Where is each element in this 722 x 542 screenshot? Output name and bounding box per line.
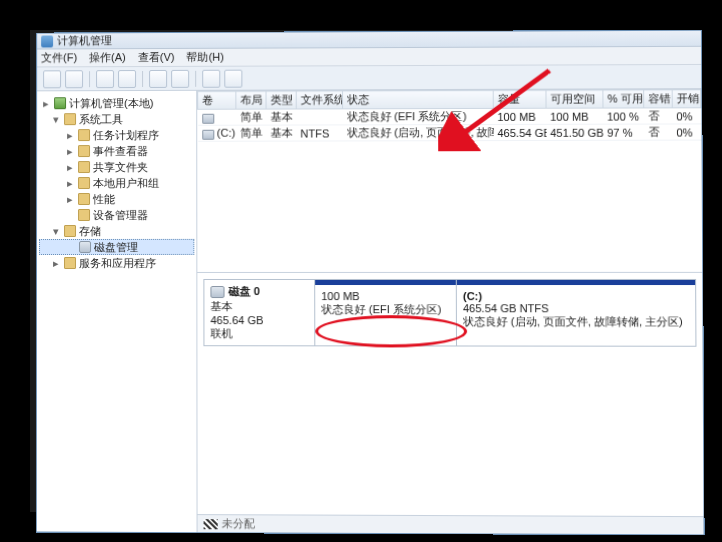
volume-grid[interactable]: 卷 布局 类型 文件系统 状态 容量 可用空间 % 可用 容错 开销 (197, 89, 702, 273)
col-pct[interactable]: % 可用 (603, 90, 644, 108)
disk-layout-pane: 磁盘 0 基本 465.64 GB 联机 100 MB 状态良 (197, 273, 703, 516)
tree-disk-management[interactable]: 磁盘管理 (39, 239, 194, 255)
partition-label: (C:) (463, 290, 482, 302)
partition-c[interactable]: (C:) 465.54 GB NTFS 状态良好 (启动, 页面文件, 故障转储… (457, 280, 696, 346)
partition-status: 状态良好 (EFI 系统分区) (321, 302, 450, 317)
tree-root[interactable]: ▸计算机管理(本地) (39, 95, 194, 111)
partition-efi[interactable]: 100 MB 状态良好 (EFI 系统分区) (315, 280, 457, 346)
tree-local-users[interactable]: ▸本地用户和组 (39, 175, 194, 191)
col-type[interactable]: 类型 (266, 91, 296, 109)
disk-label: 磁盘 0 (229, 285, 260, 297)
tree-system-tools[interactable]: ▾系统工具 (39, 111, 194, 127)
toolbar-refresh-button[interactable] (149, 69, 167, 87)
volume-icon (202, 129, 214, 139)
menu-help[interactable]: 帮助(H) (187, 50, 224, 65)
tree-device-manager[interactable]: 设备管理器 (39, 207, 194, 223)
menu-action[interactable]: 操作(A) (89, 50, 126, 65)
volume-icon (202, 113, 214, 123)
col-layout[interactable]: 布局 (236, 91, 266, 109)
toolbar-up-button[interactable] (96, 70, 114, 88)
tree-services-apps[interactable]: ▸服务和应用程序 (39, 255, 194, 271)
tree-performance[interactable]: ▸性能 (39, 191, 194, 207)
volume-row[interactable]: (C:) 简单基本NTFS状态良好 (启动, 页面文件, 故障转储, 主分区)4… (198, 124, 701, 141)
partition-status: 状态良好 (启动, 页面文件, 故障转储, 主分区) (463, 314, 689, 329)
disk-icon (210, 286, 224, 298)
col-free[interactable]: 可用空间 (546, 90, 603, 108)
legend-unallocated: 未分配 (222, 516, 255, 531)
statusbar: 未分配 (198, 514, 704, 534)
tree-task-scheduler[interactable]: ▸任务计划程序 (39, 127, 194, 143)
toolbar-help-button[interactable] (171, 69, 189, 87)
disk-state: 联机 (210, 326, 308, 341)
nav-tree[interactable]: ▸计算机管理(本地) ▾系统工具 ▸任务计划程序 ▸事件查看器 ▸共享文件夹 ▸… (37, 91, 198, 532)
computer-management-window: 计算机管理 文件(F) 操作(A) 查看(V) 帮助(H) ▸计算机管理(本地)… (36, 30, 705, 536)
disk-size: 465.64 GB (210, 314, 308, 326)
toolbar-list-button[interactable] (224, 69, 242, 87)
col-fault[interactable]: 容错 (644, 90, 673, 108)
partition-desc: 465.54 GB NTFS (463, 302, 689, 314)
tree-storage[interactable]: ▾存储 (39, 223, 194, 239)
toolbar-properties-button[interactable] (118, 70, 136, 88)
toolbar-view-button[interactable] (202, 69, 220, 87)
toolbar-forward-button[interactable] (65, 70, 83, 88)
window-title: 计算机管理 (57, 33, 112, 48)
tree-event-viewer[interactable]: ▸事件查看器 (39, 143, 194, 159)
volume-row[interactable]: 简单基本状态良好 (EFI 系统分区)100 MB100 MB100 %否0% (198, 108, 701, 126)
app-icon (41, 35, 53, 47)
menu-file[interactable]: 文件(F) (41, 50, 77, 65)
disk-type: 基本 (210, 299, 308, 314)
col-capacity[interactable]: 容量 (493, 90, 546, 108)
partition-size: 100 MB (321, 290, 450, 302)
col-status[interactable]: 状态 (343, 90, 494, 109)
toolbar (37, 65, 701, 91)
menu-view[interactable]: 查看(V) (138, 50, 175, 65)
col-volume[interactable]: 卷 (198, 91, 236, 109)
col-fs[interactable]: 文件系统 (296, 91, 342, 109)
toolbar-back-button[interactable] (43, 70, 61, 88)
disk-info[interactable]: 磁盘 0 基本 465.64 GB 联机 (204, 280, 315, 345)
col-overhead[interactable]: 开销 (672, 90, 701, 108)
tree-shared-folders[interactable]: ▸共享文件夹 (39, 159, 194, 175)
